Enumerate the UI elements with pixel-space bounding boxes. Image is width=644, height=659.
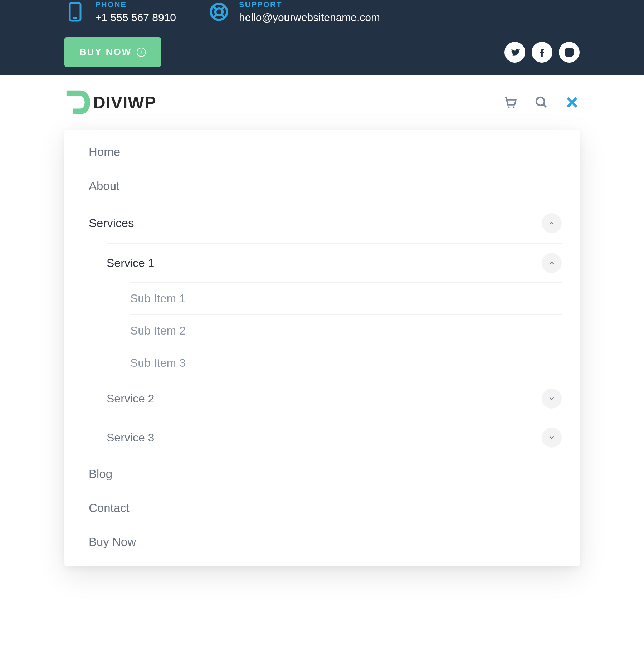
subsubmenu-label: Sub Item 1 (130, 292, 186, 305)
submenu-item-service-3[interactable]: Service 3 (107, 418, 562, 457)
menu-item-blog[interactable]: Blog (64, 457, 580, 491)
logo[interactable]: DIVIWP (64, 88, 156, 116)
subsubmenu-item-sub-1[interactable]: Sub Item 1 (130, 282, 562, 314)
submenu-item-service-2[interactable]: Service 2 (107, 379, 562, 418)
contact-row: PHONE +1 555 567 8910 S (64, 0, 580, 24)
svg-point-13 (536, 97, 545, 106)
logo-text: DIVIWP (93, 93, 156, 112)
subsubmenu-label: Sub Item 2 (130, 324, 186, 337)
arrow-right-circle-icon (137, 48, 146, 57)
header-actions (503, 95, 580, 110)
svg-line-14 (543, 104, 546, 107)
menu-item-contact[interactable]: Contact (64, 491, 580, 525)
mobile-menu-panel: Home About Services Se (64, 130, 580, 566)
menu-item-home[interactable]: Home (64, 135, 580, 169)
menu-label: Services (89, 216, 134, 230)
menu-label: Buy Now (89, 535, 136, 549)
svg-line-7 (222, 15, 225, 18)
topbar: PHONE +1 555 567 8910 S (0, 0, 644, 75)
menu-item-services[interactable]: Services (64, 203, 580, 243)
menu-label: About (89, 179, 119, 193)
svg-line-5 (222, 6, 225, 9)
buy-now-button[interactable]: BUY NOW (64, 37, 161, 67)
svg-point-10 (571, 49, 572, 50)
close-icon[interactable] (565, 95, 580, 110)
buy-now-label: BUY NOW (79, 47, 132, 58)
menu-item-buy-now[interactable]: Buy Now (64, 525, 580, 559)
contact-support: SUPPORT hello@yourwebsitename.com (208, 0, 380, 24)
contact-phone: PHONE +1 555 567 8910 (64, 0, 176, 24)
support-value[interactable]: hello@yourwebsitename.com (239, 11, 380, 24)
submenu-label: Service 1 (107, 257, 154, 270)
lifebuoy-icon (208, 1, 230, 23)
phone-icon (64, 1, 86, 23)
support-label: SUPPORT (239, 0, 380, 9)
cart-icon[interactable] (503, 95, 518, 110)
submenu-label: Service 2 (107, 392, 154, 405)
facebook-icon[interactable] (532, 42, 552, 63)
menu-label: Blog (89, 467, 112, 481)
logo-mark-icon (64, 88, 92, 116)
chevron-up-icon[interactable] (542, 213, 562, 233)
subsubmenu-item-sub-3[interactable]: Sub Item 3 (130, 347, 562, 379)
phone-label: PHONE (95, 0, 176, 9)
social-links (504, 42, 580, 63)
chevron-down-icon[interactable] (542, 428, 562, 448)
svg-line-6 (213, 15, 216, 18)
chevron-down-icon[interactable] (542, 389, 562, 409)
menu-label: Contact (89, 501, 130, 515)
svg-line-4 (213, 6, 216, 9)
twitter-icon[interactable] (504, 42, 525, 63)
subsubmenu-item-sub-2[interactable]: Sub Item 2 (130, 314, 562, 347)
instagram-icon[interactable] (559, 42, 580, 63)
search-icon[interactable] (534, 95, 549, 110)
subsubmenu-label: Sub Item 3 (130, 356, 186, 369)
menu-item-about[interactable]: About (64, 169, 580, 203)
header: DIVIWP (0, 75, 644, 130)
submenu-label: Service 3 (107, 431, 154, 444)
chevron-up-icon[interactable] (542, 253, 562, 273)
submenu-item-service-1[interactable]: Service 1 (107, 244, 562, 282)
phone-value[interactable]: +1 555 567 8910 (95, 11, 176, 24)
menu-label: Home (89, 145, 120, 159)
svg-point-9 (567, 50, 571, 54)
svg-point-12 (513, 106, 514, 108)
svg-point-3 (215, 8, 223, 15)
svg-point-11 (508, 106, 509, 108)
